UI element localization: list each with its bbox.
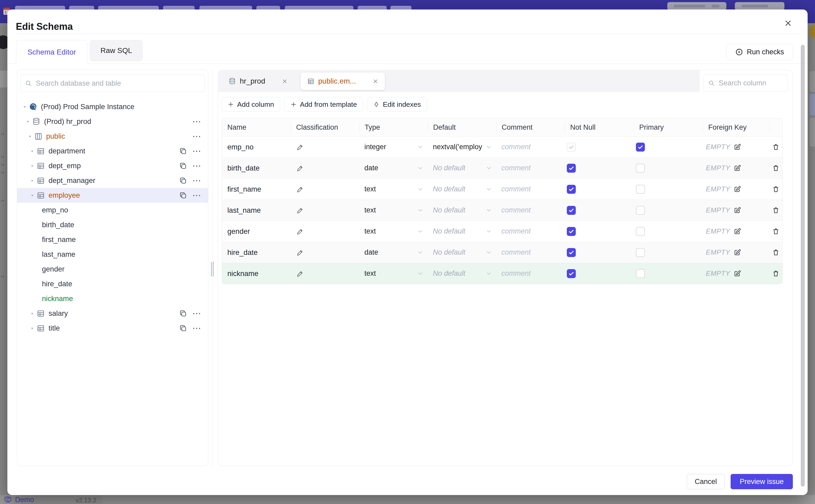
classification-cell[interactable] <box>291 221 359 242</box>
tree-item[interactable]: hire_date ⋯ <box>17 277 208 291</box>
type-select[interactable]: text <box>359 221 428 242</box>
not-null-checkbox[interactable] <box>567 143 576 152</box>
comment-input[interactable]: comment <box>496 179 565 200</box>
edit-foreign-key-icon[interactable] <box>733 206 741 214</box>
edit-foreign-key-icon[interactable] <box>733 249 741 256</box>
delete-column-button[interactable] <box>770 263 782 284</box>
more-icon[interactable]: ⋯ <box>192 148 201 154</box>
column-name-cell[interactable]: nickname <box>222 263 291 284</box>
tab-raw-sql[interactable]: Raw SQL <box>90 40 143 61</box>
delete-column-button[interactable] <box>770 242 782 263</box>
classification-cell[interactable] <box>291 263 359 284</box>
close-tab-icon[interactable] <box>282 78 288 84</box>
tree-item[interactable]: (Prod) hr_prod ⋯ <box>17 114 208 129</box>
more-icon[interactable]: ⋯ <box>192 134 201 139</box>
editor-tab-public-employee[interactable]: public.em... <box>300 72 385 90</box>
cancel-button[interactable]: Cancel <box>687 474 725 489</box>
edit-foreign-key-icon[interactable] <box>733 270 741 278</box>
tree-item[interactable]: birth_date ⋯ <box>17 217 208 232</box>
type-select[interactable]: date <box>359 242 428 263</box>
primary-checkbox[interactable] <box>636 164 645 173</box>
more-icon[interactable]: ⋯ <box>192 326 201 331</box>
column-search[interactable] <box>703 74 788 92</box>
tree-item[interactable]: salary ⋯ <box>17 306 208 321</box>
classification-cell[interactable] <box>291 179 359 200</box>
default-select[interactable]: No default <box>428 242 496 263</box>
type-select[interactable]: date <box>359 158 428 178</box>
add-column-button[interactable]: Add column <box>221 97 280 112</box>
tree-item[interactable]: employee ⋯ <box>17 188 208 203</box>
caret-icon[interactable] <box>20 104 29 109</box>
more-icon[interactable]: ⋯ <box>192 311 201 316</box>
primary-checkbox[interactable] <box>636 206 645 215</box>
more-icon[interactable]: ⋯ <box>192 178 201 183</box>
primary-checkbox[interactable] <box>636 185 645 194</box>
copy-icon[interactable] <box>179 324 187 332</box>
delete-column-button[interactable] <box>770 158 782 178</box>
preview-issue-button[interactable]: Preview issue <box>731 474 793 489</box>
pencil-icon[interactable] <box>296 270 304 277</box>
tree-item[interactable]: nickname ⋯ <box>17 291 208 306</box>
primary-checkbox[interactable] <box>636 227 645 236</box>
pencil-icon[interactable] <box>296 143 304 151</box>
classification-cell[interactable] <box>291 242 359 263</box>
pencil-icon[interactable] <box>296 207 304 214</box>
type-select[interactable]: text <box>359 263 428 284</box>
classification-cell[interactable] <box>291 137 359 157</box>
comment-input[interactable]: comment <box>496 242 565 263</box>
caret-icon[interactable] <box>28 163 36 168</box>
pencil-icon[interactable] <box>296 186 304 193</box>
tree-item[interactable]: public ⋯ <box>17 129 208 144</box>
caret-icon[interactable] <box>26 134 34 139</box>
tree-item[interactable]: emp_no ⋯ <box>17 203 208 217</box>
tree-item[interactable]: title ⋯ <box>17 321 208 336</box>
caret-icon[interactable] <box>23 119 32 124</box>
classification-cell[interactable] <box>291 158 359 178</box>
add-from-template-button[interactable]: Add from template <box>284 97 363 112</box>
delete-column-button[interactable] <box>770 221 782 242</box>
copy-icon[interactable] <box>179 191 187 199</box>
tree-item[interactable]: dept_emp ⋯ <box>17 158 208 173</box>
more-icon[interactable]: ⋯ <box>192 163 201 168</box>
default-select[interactable]: No default <box>428 263 496 284</box>
caret-icon[interactable] <box>28 149 36 154</box>
primary-checkbox[interactable] <box>636 248 645 257</box>
edit-foreign-key-icon[interactable] <box>733 164 741 172</box>
default-select[interactable]: No default <box>428 200 496 221</box>
caret-icon[interactable] <box>28 311 36 316</box>
tree-item[interactable]: dept_manager ⋯ <box>17 173 208 188</box>
caret-icon[interactable] <box>28 193 36 198</box>
copy-icon[interactable] <box>179 147 187 155</box>
caret-icon[interactable] <box>28 178 36 183</box>
column-name-cell[interactable]: hire_date <box>222 242 291 263</box>
close-tab-icon[interactable] <box>372 78 378 84</box>
edit-foreign-key-icon[interactable] <box>733 185 741 193</box>
edit-foreign-key-icon[interactable] <box>733 143 741 151</box>
column-name-cell[interactable]: gender <box>222 221 291 242</box>
column-name-cell[interactable]: birth_date <box>222 158 291 178</box>
more-icon[interactable]: ⋯ <box>192 119 201 124</box>
tab-schema-editor[interactable]: Schema Editor <box>16 40 87 64</box>
default-select[interactable]: No default <box>428 179 496 200</box>
type-select[interactable]: text <box>359 179 428 200</box>
copy-icon[interactable] <box>179 309 187 317</box>
primary-checkbox[interactable] <box>636 143 645 152</box>
not-null-checkbox[interactable] <box>567 227 576 236</box>
comment-input[interactable]: comment <box>496 200 565 221</box>
edit-foreign-key-icon[interactable] <box>733 227 741 235</box>
more-icon[interactable]: ⋯ <box>192 193 201 198</box>
comment-input[interactable]: comment <box>496 221 565 242</box>
default-select[interactable]: No default <box>428 221 496 242</box>
panel-resize-handle[interactable] <box>210 260 214 278</box>
caret-icon[interactable] <box>28 326 36 331</box>
modal-scrollbar[interactable] <box>801 45 805 487</box>
comment-input[interactable]: comment <box>496 158 565 178</box>
type-select[interactable]: text <box>359 200 428 221</box>
not-null-checkbox[interactable] <box>567 269 576 278</box>
not-null-checkbox[interactable] <box>567 248 576 257</box>
delete-column-button[interactable] <box>770 200 782 221</box>
default-select[interactable]: nextval('employ <box>428 137 496 157</box>
comment-input[interactable]: comment <box>496 263 565 284</box>
delete-column-button[interactable] <box>770 179 782 200</box>
copy-icon[interactable] <box>179 162 187 170</box>
